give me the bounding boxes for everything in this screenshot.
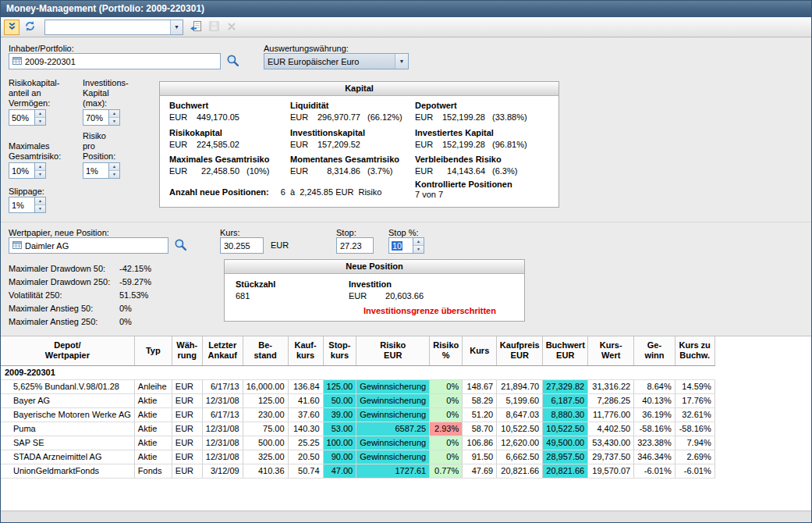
security-icon [12, 240, 22, 251]
spinner-up-button[interactable]: ▲ [35, 163, 45, 171]
cell-depot: UnionGeldmarktFonds [1, 464, 134, 478]
stop-input[interactable]: 27.23 [336, 237, 374, 254]
cell-waehrung: EUR [172, 379, 202, 393]
cell-letzter-ankauf: 3/12/09 [202, 464, 243, 478]
open-report-button[interactable] [188, 20, 204, 35]
cell-typ: Aktie [134, 436, 172, 450]
spinner-down-button[interactable]: ▼ [413, 246, 424, 253]
risk-per-position-spinner[interactable]: 1% ▲▼ [83, 162, 120, 179]
spinner-down-button[interactable]: ▼ [109, 171, 119, 178]
cell-kurs-zu-buchw: 14.59% [675, 379, 714, 393]
cell-letzter-ankauf: 12/31/08 [202, 422, 243, 436]
column-header-kaufpreis-eur[interactable]: Kaufpreis EUR [497, 336, 543, 365]
investment-capital-spinner[interactable]: 70% ▲▼ [83, 109, 120, 126]
cell-gewinn: 346.34% [634, 450, 675, 464]
cell-depot: SAP SE [1, 436, 134, 450]
cell-kurs-zu-buchw: 2.69% [675, 450, 714, 464]
kapital-item: Depotwert EUR152,199.28(33.88%) [415, 101, 527, 122]
cell-kaufpreis-eur: 8,647.03 [497, 407, 543, 422]
table-row[interactable]: Bayerische Motoren Werke AGAktieEUR6/17/… [1, 407, 714, 422]
inhaber-input[interactable]: 2009-220301 [9, 53, 221, 69]
column-header-typ[interactable]: Typ [134, 336, 172, 365]
cell-risiko-pct: 0% [430, 436, 463, 450]
column-header-depot[interactable]: Depot/ Wertpapier [1, 336, 134, 365]
column-header-buchwert-eur[interactable]: Buchwert EUR [543, 336, 588, 365]
spinner-up-button[interactable]: ▲ [35, 110, 45, 118]
cell-stopkurs: 53.00 [323, 422, 356, 436]
column-header-gewinn[interactable]: Ge- winn [634, 336, 675, 365]
cell-depot: Bayerische Motoren Werke AG [1, 407, 134, 422]
refresh-button[interactable] [22, 20, 37, 35]
column-header-kurs-zu-buchw[interactable]: Kurs zu Buchw. [675, 336, 714, 365]
slippage-spinner[interactable]: 1% ▲▼ [9, 197, 46, 213]
column-header-waehrung[interactable]: Wäh- rung [172, 336, 202, 365]
cell-gewinn: -6.01% [634, 464, 675, 478]
search-icon [226, 54, 239, 69]
cell-waehrung: EUR [172, 393, 202, 407]
column-header-bestand[interactable]: Be- stand [243, 336, 288, 365]
chevron-down-icon[interactable]: ▼ [170, 20, 183, 34]
search-portfolio-button[interactable] [225, 54, 239, 68]
kapital-item: Maximales Gesamtrisiko EUR22,458.50(10%) [169, 155, 269, 176]
spinner-down-button[interactable]: ▼ [35, 205, 45, 212]
cell-kaufkurs: 50.74 [288, 464, 323, 478]
bottom-scrollbar[interactable] [1, 511, 811, 522]
column-header-kurs[interactable]: Kurs [463, 336, 497, 365]
stop-value: 27.23 [340, 241, 362, 251]
stop-pct-spinner[interactable]: 10 ▲▼ [388, 237, 424, 254]
risk-capital-share-label: Risikokapital- anteil an Vermögen: [9, 78, 59, 109]
chevron-down-icon[interactable]: ▼ [395, 54, 408, 69]
spinner-up-button[interactable]: ▲ [35, 197, 45, 205]
table-header-row: Depot/ WertpapierTypWäh- rungLetzter Ank… [1, 336, 714, 365]
cell-kaufpreis-eur: 21,894.70 [497, 379, 543, 393]
table-row[interactable]: PumaAktieEUR12/31/0875.00140.3053.006587… [1, 422, 714, 436]
menu-button[interactable] [4, 20, 20, 35]
wertpapier-input[interactable]: Daimler AG [9, 237, 168, 254]
table-row[interactable]: SAP SEAktieEUR12/31/08500.0025.25100.00G… [1, 436, 714, 450]
save-button[interactable] [206, 20, 222, 35]
column-header-risiko-eur[interactable]: Risiko EUR [356, 336, 430, 365]
stat-value: 0% [119, 304, 132, 313]
table-row[interactable]: STADA Arzneimittel AGAktieEUR12/31/08325… [1, 450, 714, 464]
kurs-input[interactable]: 30.255 [220, 237, 264, 254]
cell-stopkurs: 125.00 [323, 379, 356, 393]
cell-kurs: 106.86 [463, 436, 497, 450]
risk-capital-share-spinner[interactable]: 50% ▲▼ [9, 109, 46, 126]
cell-letzter-ankauf: 6/17/13 [202, 379, 243, 393]
main-content: Inhaber/Portfolio: 2009-220301 Auswertun… [1, 37, 811, 522]
spinner-down-button[interactable]: ▼ [109, 118, 119, 125]
column-header-kaufkurs[interactable]: Kauf- kurs [288, 336, 323, 365]
search-security-button[interactable] [173, 238, 187, 252]
column-header-stopkurs[interactable]: Stop- kurs [323, 336, 356, 365]
delete-button[interactable] [224, 20, 239, 35]
spinner-value: 50% [12, 113, 29, 123]
column-header-letzter-ankauf[interactable]: Letzter Ankauf [202, 336, 243, 365]
cell-kaufpreis-eur: 5,199.60 [497, 393, 543, 407]
spinner-up-button[interactable]: ▲ [413, 238, 424, 246]
table-row[interactable]: Bayer AGAktieEUR12/31/08125.0041.6050.00… [1, 393, 714, 407]
spinner-up-button[interactable]: ▲ [109, 163, 119, 171]
anzahl-neue-positionen: Anzahl neue Positionen: 6 à 2,245.85 EUR… [169, 187, 381, 197]
cell-depot: 5,625% Bundanl.V.98/01.28 [1, 379, 134, 393]
table-row[interactable]: 5,625% Bundanl.V.98/01.28AnleiheEUR6/17/… [1, 379, 714, 393]
cell-buchwert-eur: 8,880.30 [543, 407, 588, 422]
cell-kurswert: 31,316.22 [588, 379, 634, 393]
kapital-item: Risikokapital EUR224,585.02 [169, 128, 246, 149]
kapital-item: Momentanes Gesamtrisiko EUR8,314.86(3.7%… [290, 155, 399, 176]
spinner-value: 1% [86, 166, 98, 176]
toolbar-combobox[interactable]: ▼ [44, 20, 183, 35]
spinner-down-button[interactable]: ▼ [35, 171, 45, 178]
table-group-row[interactable]: 2009-220301 [1, 365, 714, 379]
table-row[interactable]: UnionGeldmarktFondsFondsEUR3/12/09410.36… [1, 464, 714, 478]
cell-kurs-zu-buchw: 32.61% [675, 407, 714, 422]
column-header-kurswert[interactable]: Kurs- Wert [588, 336, 634, 365]
currency-combobox[interactable]: EUR Europäischer Euro ▼ [264, 53, 409, 69]
cell-buchwert-eur: 27,329.82 [543, 379, 588, 393]
cell-kurs: 47.69 [463, 464, 497, 478]
spinner-down-button[interactable]: ▼ [35, 118, 45, 125]
cell-risiko-eur: Gewinnsicherung [356, 436, 430, 450]
cell-kaufpreis-eur: 12,620.00 [497, 436, 543, 450]
column-header-risiko-pct[interactable]: Risiko % [430, 336, 463, 365]
max-total-risk-spinner[interactable]: 10% ▲▼ [9, 162, 46, 179]
spinner-up-button[interactable]: ▲ [109, 110, 119, 118]
